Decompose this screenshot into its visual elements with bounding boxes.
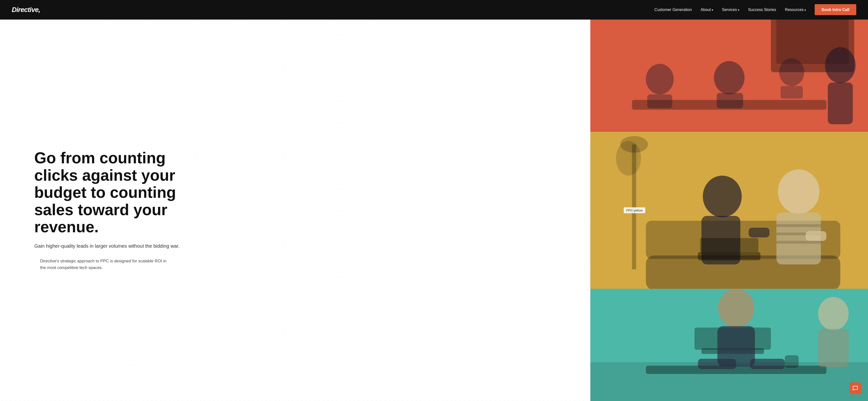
customer-gen-link[interactable]: Customer Generation — [654, 8, 692, 12]
about-link[interactable]: About — [701, 8, 713, 12]
hero-section: Go from counting clicks against your bud… — [0, 20, 868, 401]
svg-rect-32 — [646, 366, 827, 374]
svg-rect-20 — [698, 252, 761, 260]
hero-image-teal — [590, 289, 868, 401]
hero-headline: Go from counting clicks against your bud… — [34, 149, 210, 235]
svg-point-10 — [779, 58, 804, 86]
hero-image-red — [590, 20, 868, 132]
svg-rect-5 — [828, 82, 852, 124]
svg-rect-7 — [647, 94, 672, 108]
chat-button[interactable] — [849, 382, 861, 394]
svg-rect-39 — [750, 359, 784, 369]
svg-point-40 — [818, 297, 849, 330]
svg-point-4 — [825, 47, 856, 83]
svg-rect-24 — [776, 224, 821, 227]
nav-item-customer-gen[interactable]: Customer Generation — [654, 8, 692, 12]
svg-rect-28 — [806, 231, 827, 241]
services-link[interactable]: Services — [722, 8, 739, 12]
navbar: Directive, Customer Generation About Ser… — [0, 0, 868, 20]
nav-item-services[interactable]: Services — [722, 8, 739, 12]
nav-item-about[interactable]: About — [701, 8, 713, 12]
svg-rect-35 — [784, 355, 799, 368]
svg-rect-9 — [717, 93, 743, 108]
svg-point-22 — [778, 169, 819, 214]
hero-subtext: Gain higher-quality leads in larger volu… — [34, 243, 576, 249]
svg-rect-41 — [818, 329, 849, 367]
hero-body: Directive's strategic approach to PPC is… — [34, 258, 171, 271]
svg-rect-11 — [780, 86, 803, 99]
nav-cta-item[interactable]: Book Intro Call — [815, 8, 856, 12]
resources-link[interactable]: Resources — [785, 8, 806, 12]
ppc-label: PPC-yellow — [624, 207, 645, 213]
svg-point-8 — [714, 61, 744, 94]
svg-point-15 — [616, 141, 641, 175]
hero-image-yellow: PPC-yellow — [590, 132, 868, 289]
svg-rect-21 — [700, 238, 758, 252]
book-intro-call-button[interactable]: Book Intro Call — [815, 4, 856, 15]
logo[interactable]: Directive, — [12, 6, 40, 14]
success-stories-link[interactable]: Success Stories — [748, 8, 776, 12]
svg-rect-26 — [776, 241, 821, 243]
svg-point-6 — [646, 64, 674, 94]
svg-rect-27 — [749, 228, 769, 237]
svg-point-36 — [718, 289, 754, 327]
hero-content: Go from counting clicks against your bud… — [0, 20, 590, 401]
nav-item-success-stories[interactable]: Success Stories — [748, 8, 776, 12]
svg-point-18 — [703, 175, 742, 217]
svg-rect-38 — [698, 359, 736, 369]
nav-links: Customer Generation About Services Succe… — [654, 8, 856, 12]
hero-images: PPC-yellow — [590, 20, 868, 401]
nav-item-resources[interactable]: Resources — [785, 8, 806, 12]
